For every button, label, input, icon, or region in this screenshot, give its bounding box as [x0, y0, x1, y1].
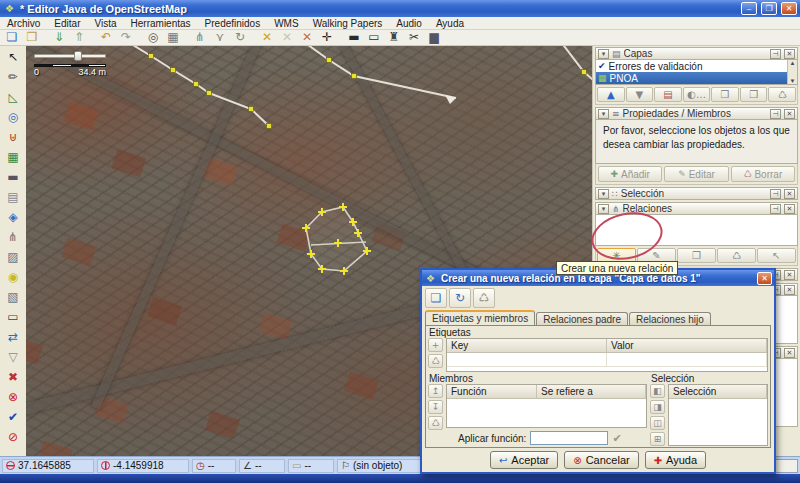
add-selection-before-button[interactable]: ◧: [650, 384, 665, 398]
layer-merge-button[interactable]: ❒: [711, 87, 739, 102]
upload-data-button[interactable]: ⇑: [69, 30, 89, 45]
scroll-up-icon[interactable]: ▲: [790, 60, 796, 66]
close-icon[interactable]: ✕: [784, 348, 795, 358]
improve-accuracy-button[interactable]: ▦: [3, 147, 23, 166]
selection-column-header[interactable]: Selección: [669, 385, 767, 398]
close-icon[interactable]: ✕: [784, 189, 795, 199]
conflict-button[interactable]: ⇄: [3, 327, 23, 346]
delete-property-button[interactable]: ♺ Borrar: [731, 166, 795, 182]
key-column-header[interactable]: Key: [447, 339, 607, 352]
layer-up-button[interactable]: ▲: [597, 87, 625, 102]
member-delete-button[interactable]: ♺: [428, 416, 443, 430]
selected-building-way[interactable]: [306, 207, 367, 271]
survey-tool-button[interactable]: ⋔: [190, 30, 210, 45]
add-selection-tail-button[interactable]: ⊞: [650, 432, 665, 446]
filter-button[interactable]: ▽: [3, 347, 23, 366]
layer-activate-button[interactable]: ▤: [654, 87, 682, 102]
collapse-icon[interactable]: ▾: [598, 189, 609, 199]
maximize-button[interactable]: ❐: [761, 2, 777, 15]
extrude-tool-button[interactable]: ▬: [3, 167, 23, 186]
zoom-slider-thumb[interactable]: [74, 51, 82, 61]
delete-tag-button[interactable]: ♺: [428, 354, 443, 368]
validation-check-button[interactable]: ✔: [3, 407, 23, 426]
edit-property-button[interactable]: ✎ Editar: [664, 166, 728, 182]
refresh-button[interactable]: ↻: [230, 30, 250, 45]
member-move-down-button[interactable]: ↧: [428, 400, 443, 414]
chart-tool-button[interactable]: ▆: [424, 30, 444, 45]
pick-tool-2-button[interactable]: ✕: [277, 30, 297, 45]
zoom-tool-button[interactable]: ◎: [3, 107, 23, 126]
layers-toggle-button[interactable]: ▤: [3, 187, 23, 206]
pin-icon[interactable]: ⊣: [770, 189, 781, 199]
zoom-slider-track[interactable]: [34, 54, 106, 58]
undo-button[interactable]: ↶: [96, 30, 116, 45]
tag-empty-row[interactable]: [447, 353, 767, 367]
collapse-icon[interactable]: ▾: [598, 109, 609, 119]
layer-row-pnoa[interactable]: ▦ PNOA: [596, 72, 797, 84]
selection-table[interactable]: Selección: [668, 384, 768, 446]
pick-tool-1-button[interactable]: ✕: [257, 30, 277, 45]
delete-relation-button[interactable]: ♺: [717, 248, 756, 263]
marker-toggle-button[interactable]: ◉: [3, 267, 23, 286]
add-property-button[interactable]: ✚ Añadir: [598, 166, 662, 182]
minimize-button[interactable]: –: [741, 2, 757, 15]
validation-error-button[interactable]: ⊗: [3, 387, 23, 406]
refresh-relation-button[interactable]: ↻: [449, 288, 471, 308]
select-tool-button[interactable]: ↖: [3, 47, 23, 66]
open-file-button[interactable]: ❐: [22, 30, 42, 45]
pin-icon[interactable]: ⊣: [770, 49, 781, 59]
map-style-button[interactable]: ▧: [3, 287, 23, 306]
layers-scrollbar[interactable]: ▲ ▼: [787, 60, 797, 84]
refers-column-header[interactable]: Se refiere a: [537, 385, 646, 398]
way-line[interactable]: [561, 46, 592, 94]
tags-table[interactable]: Key Valor: [446, 338, 768, 372]
close-icon[interactable]: ✕: [784, 49, 795, 59]
relation-toggle-button[interactable]: ⋔: [3, 227, 23, 246]
cut-tool-button[interactable]: ✂: [404, 30, 424, 45]
measure-tool-button[interactable]: ◺: [3, 87, 23, 106]
menu-wms[interactable]: WMS: [267, 17, 305, 30]
duplicate-relation-button[interactable]: ❐: [677, 248, 716, 263]
role-column-header[interactable]: Función: [447, 385, 537, 398]
way-nodes[interactable]: [149, 54, 587, 129]
dialog-close-button[interactable]: ✕: [757, 272, 772, 285]
apply-role-confirm-icon[interactable]: ✔: [612, 432, 621, 445]
map-paint-button[interactable]: ▨: [3, 247, 23, 266]
select-relation-button[interactable]: ↖: [757, 248, 796, 263]
draw-node-tool-button[interactable]: ✏: [3, 67, 23, 86]
way-line[interactable]: [209, 93, 269, 126]
layer-delete-button[interactable]: ♺: [768, 87, 796, 102]
cancel-button[interactable]: ⊗ Cancelar: [564, 451, 638, 469]
tab-relaciones-padre[interactable]: Relaciones padre: [536, 312, 628, 325]
member-move-up-button[interactable]: ↥: [428, 384, 443, 398]
redo-button[interactable]: ↷: [116, 30, 136, 45]
close-icon[interactable]: ✕: [784, 109, 795, 119]
menu-herramientas[interactable]: Herramientas: [124, 17, 198, 30]
menu-walking-papers[interactable]: Walking Papers: [306, 17, 390, 30]
tab-relaciones-hijo[interactable]: Relaciones hijo: [629, 312, 711, 325]
members-table[interactable]: Función Se refiere a: [446, 384, 647, 428]
menu-archivo[interactable]: Archivo: [0, 17, 47, 30]
node-tool-button[interactable]: ⋎: [210, 30, 230, 45]
no-entry-button[interactable]: ⊘: [3, 427, 23, 446]
pick-tool-3-button[interactable]: ✕: [297, 30, 317, 45]
menu-predefinidos[interactable]: Predefinidos: [198, 17, 268, 30]
layer-opacity-button[interactable]: ◐…: [683, 87, 711, 102]
close-button[interactable]: ✕: [781, 2, 797, 15]
window-titlebar[interactable]: ❖ * Editor Java de OpenStreetMap – ❐ ✕: [0, 0, 800, 17]
delete-tool-button[interactable]: ⊎: [3, 127, 23, 146]
pin-icon[interactable]: ⊣: [770, 204, 781, 214]
collapse-icon[interactable]: ▾: [598, 49, 609, 59]
delete-relation-button[interactable]: ♺: [473, 288, 495, 308]
preferences-button[interactable]: ▦: [163, 30, 183, 45]
collapse-icon[interactable]: ▾: [598, 204, 609, 214]
menu-audio[interactable]: Audio: [389, 17, 429, 30]
close-icon[interactable]: ✕: [784, 285, 795, 295]
menu-vista[interactable]: Vista: [87, 17, 123, 30]
tags-toggle-button[interactable]: ◈: [3, 207, 23, 226]
download-data-button[interactable]: ⇓: [49, 30, 69, 45]
apply-role-input[interactable]: [530, 431, 608, 445]
apply-changes-button[interactable]: ❏: [425, 288, 447, 308]
new-layer-button[interactable]: ❏: [2, 30, 22, 45]
add-tag-button[interactable]: +: [428, 338, 443, 352]
